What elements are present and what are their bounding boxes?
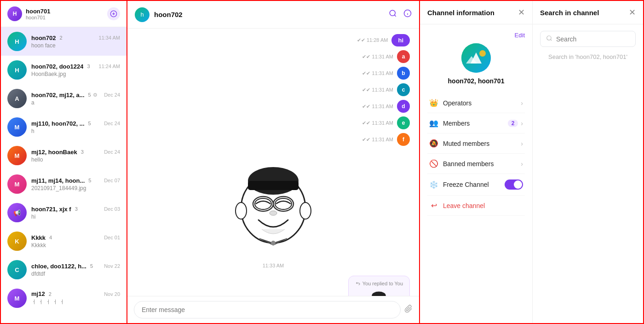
channel-time: Dec 07 bbox=[104, 178, 120, 183]
members-count: 2 bbox=[508, 120, 518, 127]
svg-point-30 bbox=[479, 50, 486, 57]
channel-list-item[interactable]: H hoon702 2 11:34 AM hoon face bbox=[1, 27, 126, 56]
channel-avatar: K bbox=[7, 231, 27, 251]
freeze-toggle[interactable] bbox=[505, 179, 523, 190]
svg-point-31 bbox=[547, 36, 551, 40]
channel-name: hoon702 bbox=[31, 35, 56, 41]
banned-label: Banned members bbox=[443, 160, 494, 168]
svg-point-3 bbox=[390, 10, 395, 16]
members-menu-item[interactable]: 👥 Members 2 › bbox=[427, 113, 525, 133]
message-row: ✔✔ 11:31 AM d bbox=[137, 100, 410, 113]
search-input[interactable] bbox=[556, 35, 630, 43]
main-chat: h hoon702 ✔✔ 11:28 AM hi ✔✔ 11:31 AM a bbox=[127, 1, 420, 323]
sidebar: H hoon701 hoon701 H hoon702 2 bbox=[1, 1, 127, 323]
chat-input-bar bbox=[127, 296, 419, 323]
chevron-right-icon: › bbox=[521, 99, 523, 107]
user-avatar: H bbox=[7, 6, 22, 21]
members-label: Members bbox=[443, 120, 470, 127]
channel-list-item[interactable]: M mj11, mj14, hoon... 5 Dec 07 20210917_… bbox=[1, 170, 126, 198]
operators-label: Operators bbox=[443, 99, 472, 107]
channel-avatar: H bbox=[7, 32, 27, 51]
new-chat-button[interactable] bbox=[107, 7, 120, 20]
channel-list-item[interactable]: M mj12, hoonBaek 3 Dec 24 hello bbox=[1, 141, 126, 170]
channel-info-panel: Channel information ✕ Edit hoon702, bbox=[420, 1, 533, 323]
channel-list-item[interactable]: M mj110, hoon702, ... 5 Dec 24 h bbox=[1, 113, 126, 141]
channel-name: hoon702, mj12, a... bbox=[31, 92, 85, 98]
edit-button[interactable]: Edit bbox=[515, 32, 525, 39]
svg-point-18 bbox=[300, 202, 311, 219]
channel-preview: 20210917_184449.jpg bbox=[31, 185, 120, 191]
chat-messages: ✔✔ 11:28 AM hi ✔✔ 11:31 AM a ✔✔ 11:31 AM… bbox=[127, 29, 419, 296]
message-row: ✔✔ 11:31 AM c bbox=[137, 83, 410, 96]
channel-time: Nov 22 bbox=[104, 263, 120, 269]
channel-name: hoon702, doo1224 bbox=[31, 63, 83, 70]
channel-name: mj12, hoonBaek bbox=[31, 149, 77, 156]
svg-line-32 bbox=[551, 40, 552, 41]
channel-time: Dec 24 bbox=[104, 92, 120, 98]
leave-channel-menu-item[interactable]: ↩ Leave channel bbox=[427, 196, 525, 216]
message-input[interactable] bbox=[134, 301, 401, 318]
message-row: ✔✔ 11:31 AM b bbox=[137, 67, 410, 80]
channel-group-avatar bbox=[461, 43, 491, 73]
message-bubble: d bbox=[397, 100, 410, 113]
channel-time: 11:24 AM bbox=[99, 64, 120, 69]
search-chat-button[interactable] bbox=[389, 9, 397, 20]
channel-preview: HoonBaek.jpg bbox=[31, 71, 120, 77]
channel-preview: ㅓ ㅓ ㅓ ㅓ ㅓ bbox=[31, 298, 120, 306]
channel-list-item[interactable]: A hoon702, mj12, a... 5 ⚙ Dec 24 a bbox=[1, 84, 126, 113]
search-panel-header: Search in channel ✕ bbox=[533, 1, 643, 24]
search-panel-close-button[interactable]: ✕ bbox=[629, 7, 636, 17]
svg-point-11 bbox=[255, 198, 271, 209]
channel-preview: a bbox=[31, 99, 120, 106]
info-button[interactable] bbox=[403, 9, 412, 20]
channel-list-item[interactable]: C chloe, doo1122, h... 5 Nov 22 dfdtdf bbox=[1, 255, 126, 284]
user-subtitle: hoon701 bbox=[26, 15, 50, 20]
search-panel-title: Search in channel bbox=[540, 9, 599, 17]
channel-member-count: 2 bbox=[59, 35, 62, 40]
channel-preview: hello bbox=[31, 156, 120, 163]
svg-point-16 bbox=[270, 211, 277, 215]
channel-avatar: M bbox=[7, 289, 27, 308]
search-box bbox=[540, 31, 636, 47]
freeze-channel-menu-item[interactable]: ❄️ Freeze Channel bbox=[427, 174, 525, 196]
chevron-right-icon: › bbox=[521, 140, 523, 147]
channel-list-item[interactable]: H hoon702, doo1224 3 11:24 AM HoonBaek.j… bbox=[1, 56, 126, 84]
channel-name: mj12 bbox=[31, 290, 45, 297]
muted-label: Muted members bbox=[443, 140, 489, 147]
channel-member-count: 5 bbox=[90, 263, 93, 269]
svg-rect-10 bbox=[248, 181, 299, 190]
message-bubble: f bbox=[397, 133, 410, 146]
channel-name: mj110, hoon702, ... bbox=[31, 120, 85, 127]
channel-member-count: 5 bbox=[88, 178, 91, 183]
channel-info-close-button[interactable]: ✕ bbox=[518, 7, 525, 17]
channel-avatar: 📢 bbox=[7, 203, 27, 222]
channel-avatar: M bbox=[7, 117, 27, 137]
sticker-message bbox=[137, 149, 410, 259]
message-bubble: e bbox=[397, 116, 410, 129]
sticker-time: 11:33 AM bbox=[137, 263, 410, 268]
channel-preview: h bbox=[31, 128, 120, 134]
channel-list-item[interactable]: K Kkkk 4 Dec 01 Kkkkk bbox=[1, 227, 126, 255]
search-input-area bbox=[533, 24, 643, 53]
channel-time: Dec 24 bbox=[104, 121, 120, 126]
channel-avatar: H bbox=[7, 60, 27, 80]
channel-member-count: 4 bbox=[49, 235, 52, 240]
reply-sticker-thumb bbox=[366, 289, 391, 296]
svg-point-12 bbox=[275, 198, 292, 209]
channel-list-item[interactable]: 📢 hoon721, xjx f 3 Dec 03 hi bbox=[1, 198, 126, 227]
chat-header: h hoon702 bbox=[127, 1, 419, 29]
reply-message: You replied to You bbox=[348, 276, 410, 296]
channel-time: Dec 01 bbox=[104, 235, 120, 240]
operators-menu-item[interactable]: 👑 Operators › bbox=[427, 93, 525, 113]
muted-members-menu-item[interactable]: 🔕 Muted members › bbox=[427, 133, 525, 154]
channel-preview: hoon face bbox=[31, 42, 120, 49]
sticker-svg bbox=[227, 158, 319, 250]
channel-time: Nov 20 bbox=[104, 291, 120, 297]
channel-preview: Kkkkk bbox=[31, 242, 120, 249]
banned-members-menu-item[interactable]: 🚫 Banned members › bbox=[427, 154, 525, 174]
attach-icon[interactable] bbox=[404, 305, 413, 315]
channel-list-item[interactable]: M mj12 2 Nov 20 ㅓ ㅓ ㅓ ㅓ ㅓ bbox=[1, 284, 126, 312]
operators-icon: 👑 bbox=[429, 98, 438, 107]
channel-info-title: Channel information bbox=[427, 9, 494, 17]
chevron-right-icon: › bbox=[521, 120, 523, 127]
